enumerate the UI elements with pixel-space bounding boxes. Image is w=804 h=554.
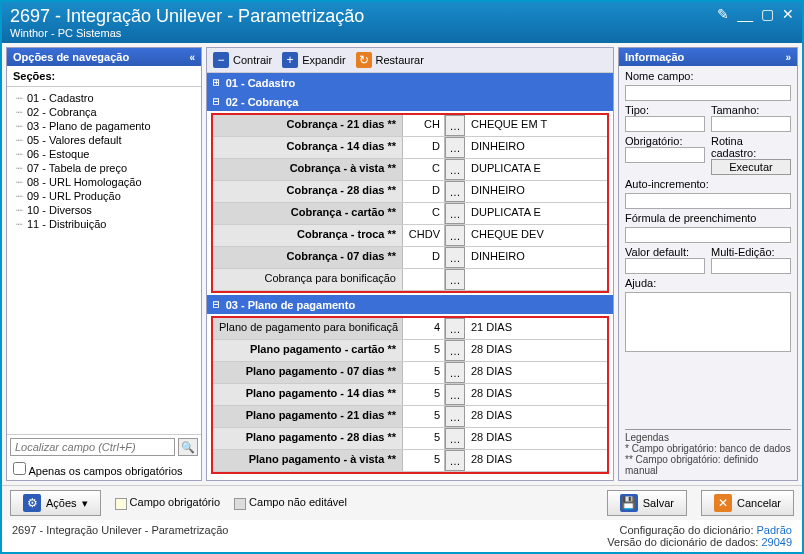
lookup-button[interactable]: … xyxy=(445,159,465,180)
only-required-checkbox[interactable]: Apenas os campos obrigatórios xyxy=(13,465,183,477)
grid-row[interactable]: Plano pagamento - 07 dias **5…28 DIAS xyxy=(213,362,607,384)
multi-field[interactable] xyxy=(711,258,791,274)
row-code[interactable]: C xyxy=(403,159,445,180)
lookup-button[interactable]: … xyxy=(445,203,465,224)
lookup-button[interactable]: … xyxy=(445,225,465,246)
row-code[interactable]: D xyxy=(403,247,445,268)
nav-item[interactable]: 10 - Diversos xyxy=(13,203,195,217)
contrair-button[interactable]: −Contrair xyxy=(213,52,272,68)
row-code[interactable]: 5 xyxy=(403,362,445,383)
lookup-button[interactable]: … xyxy=(445,428,465,449)
row-code[interactable]: 5 xyxy=(403,340,445,361)
valdef-field[interactable] xyxy=(625,258,705,274)
nav-item[interactable]: 05 - Valores default xyxy=(13,133,195,147)
edit-icon[interactable]: ✎ xyxy=(717,6,729,22)
chevron-down-icon: ▾ xyxy=(82,497,88,510)
cancelar-button[interactable]: ✕Cancelar xyxy=(701,490,794,516)
grid-row[interactable]: Cobrança - 07 dias **D…DINHEIRO xyxy=(213,247,607,269)
sections-label: Seções: xyxy=(7,66,201,87)
grid-row[interactable]: Cobrança para bonificação… xyxy=(213,269,607,291)
ajuda-field[interactable] xyxy=(625,292,791,352)
grid-row[interactable]: Plano pagamento - à vista **5…28 DIAS xyxy=(213,450,607,472)
tipo-field[interactable] xyxy=(625,116,705,132)
grid-row[interactable]: Cobrança - 14 dias **D…DINHEIRO xyxy=(213,137,607,159)
nav-item[interactable]: 11 - Distribuição xyxy=(13,217,195,231)
row-value: DINHEIRO xyxy=(465,247,607,268)
row-code[interactable] xyxy=(403,269,445,290)
auto-field[interactable] xyxy=(625,193,791,209)
grid-row[interactable]: Plano pagamento - 21 dias **5…28 DIAS xyxy=(213,406,607,428)
close-icon[interactable]: ✕ xyxy=(782,6,794,22)
search-input[interactable] xyxy=(10,438,175,456)
lookup-button[interactable]: … xyxy=(445,318,465,339)
grid-row[interactable]: Plano de pagamento para bonificaçã4…21 D… xyxy=(213,318,607,340)
lookup-button[interactable]: … xyxy=(445,247,465,268)
row-code[interactable]: 5 xyxy=(403,406,445,427)
obrig-field[interactable] xyxy=(625,147,705,163)
nav-item[interactable]: 07 - Tabela de preço xyxy=(13,161,195,175)
grid-row[interactable]: Cobrança - à vista **C…DUPLICATA E xyxy=(213,159,607,181)
restaurar-button[interactable]: ↻Restaurar xyxy=(356,52,424,68)
legend-required: Campo obrigatório xyxy=(115,496,221,509)
acoes-button[interactable]: ⚙Ações▾ xyxy=(10,490,101,516)
lookup-button[interactable]: … xyxy=(445,340,465,361)
row-code[interactable]: 4 xyxy=(403,318,445,339)
chevron-right-icon[interactable]: » xyxy=(785,52,791,63)
nav-item[interactable]: 09 - URL Produção xyxy=(13,189,195,203)
nav-item[interactable]: 03 - Plano de pagamento xyxy=(13,119,195,133)
legend-noedit: Campo não editável xyxy=(234,496,347,509)
grid-row[interactable]: Plano pagamento - 14 dias **5…28 DIAS xyxy=(213,384,607,406)
nome-label: Nome campo: xyxy=(625,70,791,82)
tamanho-field[interactable] xyxy=(711,116,791,132)
nav-item[interactable]: 02 - Cobrança xyxy=(13,105,195,119)
row-code[interactable]: 5 xyxy=(403,450,445,471)
section-header[interactable]: ⊟02 - Cobrança xyxy=(207,92,613,111)
row-value: 28 DIAS xyxy=(465,406,607,427)
nav-item[interactable]: 08 - URL Homologação xyxy=(13,175,195,189)
nome-field[interactable] xyxy=(625,85,791,101)
grid-row[interactable]: Plano pagamento - 28 dias **5…28 DIAS xyxy=(213,428,607,450)
chevron-left-icon[interactable]: « xyxy=(189,52,195,63)
lookup-button[interactable]: … xyxy=(445,384,465,405)
grid-row[interactable]: Cobrança - cartão **C…DUPLICATA E xyxy=(213,203,607,225)
grid-row[interactable]: Cobrança - troca **CHDV…CHEQUE DEV xyxy=(213,225,607,247)
lookup-button[interactable]: … xyxy=(445,406,465,427)
lookup-button[interactable]: … xyxy=(445,450,465,471)
expand-icon: ⊟ xyxy=(213,95,220,108)
maximize-icon[interactable]: ▢ xyxy=(761,6,774,22)
section-header[interactable]: ⊟03 - Plano de pagamento xyxy=(207,295,613,314)
salvar-button[interactable]: 💾Salvar xyxy=(607,490,687,516)
row-label: Cobrança - troca ** xyxy=(213,225,403,246)
lookup-button[interactable]: … xyxy=(445,362,465,383)
info-header: Informação » xyxy=(619,48,797,66)
row-label: Plano pagamento - à vista ** xyxy=(213,450,403,471)
row-value: DINHEIRO xyxy=(465,137,607,158)
lookup-button[interactable]: … xyxy=(445,181,465,202)
row-value: 21 DIAS xyxy=(465,318,607,339)
lookup-button[interactable]: … xyxy=(445,269,465,290)
row-code[interactable]: CHDV xyxy=(403,225,445,246)
row-code[interactable]: 5 xyxy=(403,384,445,405)
executar-button[interactable]: Executar xyxy=(711,159,791,175)
lookup-button[interactable]: … xyxy=(445,137,465,158)
nav-panel: Opções de navegação « Seções: 01 - Cadas… xyxy=(6,47,202,481)
nav-item[interactable]: 06 - Estoque xyxy=(13,147,195,161)
row-code[interactable]: CH xyxy=(403,115,445,136)
data-grid[interactable]: ⊞01 - Cadastro⊟02 - CobrançaCobrança - 2… xyxy=(207,73,613,480)
expandir-button[interactable]: +Expandir xyxy=(282,52,345,68)
nav-tree: 01 - Cadastro02 - Cobrança03 - Plano de … xyxy=(7,87,201,434)
formula-field[interactable] xyxy=(625,227,791,243)
row-code[interactable]: D xyxy=(403,137,445,158)
row-label: Cobrança - 14 dias ** xyxy=(213,137,403,158)
section-header[interactable]: ⊞01 - Cadastro xyxy=(207,73,613,92)
grid-row[interactable]: Cobrança - 28 dias **D…DINHEIRO xyxy=(213,181,607,203)
search-button[interactable]: 🔍 xyxy=(178,438,198,456)
row-code[interactable]: C xyxy=(403,203,445,224)
row-code[interactable]: 5 xyxy=(403,428,445,449)
grid-row[interactable]: Cobrança - 21 dias **CH…CHEQUE EM T xyxy=(213,115,607,137)
row-code[interactable]: D xyxy=(403,181,445,202)
grid-row[interactable]: Plano pagamento - cartão **5…28 DIAS xyxy=(213,340,607,362)
lookup-button[interactable]: … xyxy=(445,115,465,136)
nav-item[interactable]: 01 - Cadastro xyxy=(13,91,195,105)
minimize-icon[interactable]: __ xyxy=(737,6,753,22)
